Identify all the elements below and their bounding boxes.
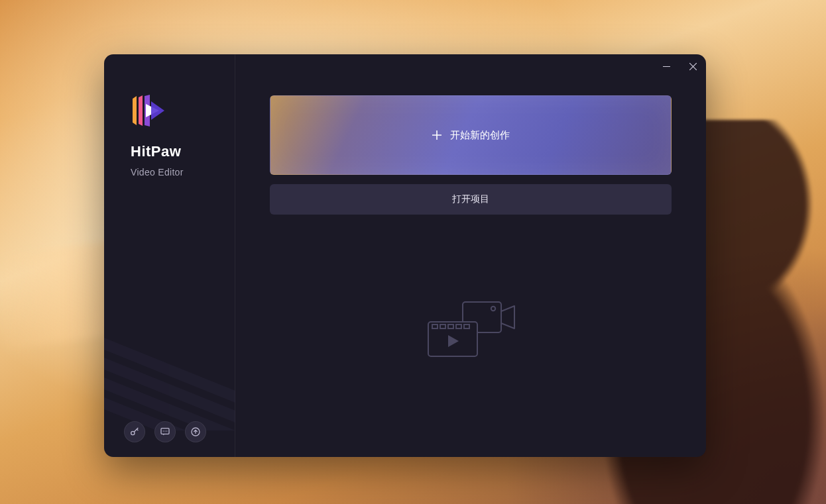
app-subtitle: Video Editor (104, 167, 235, 177)
plus-icon (432, 130, 442, 140)
empty-state-illustration (424, 299, 517, 360)
update-icon (190, 427, 201, 437)
svg-point-21 (491, 307, 495, 311)
video-clip-icon (424, 299, 517, 360)
minimize-button[interactable] (653, 54, 679, 78)
app-window: HitPaw Video Editor (104, 54, 706, 457)
feedback-button[interactable] (154, 421, 176, 442)
open-project-button[interactable]: 打开项目 (270, 184, 672, 215)
main-panel: 开始新的创作 打开项目 (235, 54, 706, 457)
svg-marker-6 (104, 358, 235, 423)
svg-point-13 (166, 430, 167, 431)
close-button[interactable] (679, 54, 706, 78)
svg-marker-4 (151, 101, 164, 120)
close-icon (689, 63, 697, 70)
svg-point-9 (131, 431, 135, 434)
feedback-icon (160, 427, 170, 437)
hitpaw-logo-icon (131, 93, 166, 128)
sidebar-decoration (104, 311, 235, 430)
open-project-label: 打开项目 (452, 193, 489, 205)
svg-marker-1 (139, 95, 143, 126)
window-controls (653, 54, 706, 78)
minimize-icon (663, 63, 670, 70)
svg-marker-0 (133, 96, 137, 125)
desktop-wallpaper: HitPaw Video Editor (0, 0, 826, 504)
svg-point-11 (163, 430, 164, 431)
activate-key-button[interactable] (124, 421, 145, 442)
svg-marker-5 (104, 338, 235, 403)
app-logo (104, 93, 235, 128)
app-title: HitPaw (104, 143, 235, 160)
new-project-label: 开始新的创作 (450, 129, 510, 142)
key-icon (129, 427, 140, 437)
sidebar-bottom-actions (124, 421, 206, 442)
update-button[interactable] (185, 421, 206, 442)
new-project-button[interactable]: 开始新的创作 (270, 95, 672, 175)
svg-point-12 (164, 430, 165, 431)
sidebar: HitPaw Video Editor (104, 54, 235, 457)
